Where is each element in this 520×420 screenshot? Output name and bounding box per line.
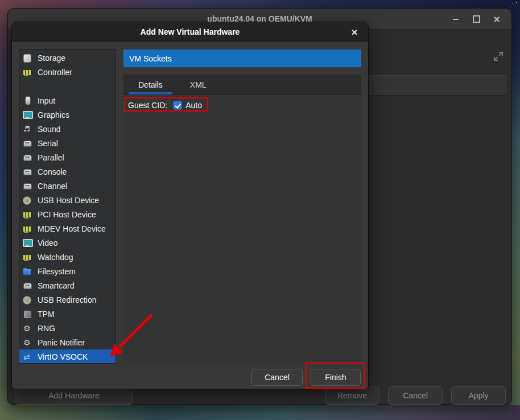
sidebar-item-parallel[interactable]: Parallel <box>19 150 115 164</box>
wallpaper-right-strip <box>511 0 520 420</box>
sidebar-item-label: Input <box>38 96 55 105</box>
serial-port-icon <box>23 153 32 162</box>
sidebar-item-label: USB Redirection <box>38 295 97 304</box>
cancel-label: Cancel <box>265 373 290 382</box>
remove-label: Remove <box>337 391 367 400</box>
sidebar-item-label: Filesystem <box>38 267 76 276</box>
detail-tabs: Details XML <box>123 75 361 95</box>
add-hardware-label: Add Hardware <box>48 391 100 400</box>
sidebar-item-label: Smartcard <box>38 281 75 290</box>
sidebar-item-label: Panic Notifier <box>38 338 85 347</box>
details-tab-content: Guest CID: Auto <box>123 96 361 361</box>
sidebar-item-label: Watchdog <box>38 253 73 262</box>
pci-card-icon <box>23 253 32 262</box>
sidebar-item-label: PCI Host Device <box>38 210 96 219</box>
panel-header-label: VM Sockets <box>129 54 172 63</box>
sidebar-item-controller[interactable]: Controller <box>19 65 115 79</box>
sidebar-item-label: Graphics <box>38 110 69 120</box>
sidebar-item-serial[interactable]: Serial <box>19 136 115 150</box>
pci-card-icon <box>23 210 32 219</box>
sidebar-item-mdev-host-device[interactable]: MDEV Host Device <box>19 221 115 236</box>
sidebar-item-video[interactable]: Video <box>19 236 115 250</box>
sidebar-item-label: Controller <box>38 68 72 77</box>
disk-icon <box>23 53 32 63</box>
swap-arrows-icon <box>23 352 32 361</box>
sidebar-item-label: Serial <box>38 139 58 148</box>
panel-header: VM Sockets <box>123 50 361 67</box>
gear-icon <box>23 338 32 347</box>
chip-icon <box>23 310 32 319</box>
sidebar-item-label: Parallel <box>38 153 64 162</box>
apply-label: Apply <box>468 391 488 400</box>
auto-checkbox-label[interactable]: Auto <box>185 101 202 110</box>
wallpaper-stars <box>516 2 517 3</box>
finish-button[interactable]: Finish <box>311 369 361 386</box>
sidebar-item-label: VirtIO VSOCK <box>38 352 88 361</box>
serial-port-icon <box>23 167 32 176</box>
finish-label: Finish <box>325 373 346 382</box>
vm-details-row <box>349 75 506 96</box>
guest-cid-label: Guest CID: <box>128 101 167 110</box>
sidebar-spacer <box>19 79 115 93</box>
folder-icon <box>23 267 32 276</box>
sidebar-item-tpm[interactable]: TPM <box>19 307 115 321</box>
dialog-titlebar[interactable]: Add New Virtual Hardware <box>12 22 368 42</box>
dialog-title: Add New Virtual Hardware <box>141 27 240 36</box>
hardware-detail-panel: VM Sockets Details XML Guest CID: Auto <box>123 50 361 361</box>
sidebar-item-panic-notifier[interactable]: Panic Notifier <box>19 335 115 349</box>
serial-port-icon <box>23 139 32 148</box>
vm-cancel-button[interactable]: Cancel <box>388 386 443 405</box>
dialog-close-icon[interactable] <box>346 22 362 42</box>
sidebar-item-graphics[interactable]: Graphics <box>19 108 115 122</box>
pci-card-icon <box>23 224 32 233</box>
sidebar-item-rng[interactable]: RNG <box>19 321 115 335</box>
sidebar-item-label: Sound <box>38 125 60 134</box>
serial-port-icon <box>23 281 32 290</box>
tab-xml[interactable]: XML <box>176 75 220 94</box>
add-hardware-dialog: Add New Virtual Hardware Storage Control… <box>11 22 369 389</box>
sidebar-item-label: Channel <box>38 182 67 191</box>
apply-button[interactable]: Apply <box>451 386 506 405</box>
sidebar-item-usb-redirection[interactable]: USB Redirection <box>19 293 115 307</box>
sidebar-item-label: TPM <box>38 310 55 319</box>
cancel-button[interactable]: Cancel <box>251 369 303 386</box>
tab-details-label: Details <box>138 80 163 89</box>
auto-checkbox[interactable] <box>173 101 182 110</box>
sidebar-item-console[interactable]: Console <box>19 164 115 179</box>
sidebar-item-virtio-vsock[interactable]: VirtIO VSOCK <box>19 349 115 364</box>
gear-icon <box>23 324 32 333</box>
sidebar-item-sound[interactable]: Sound <box>19 122 115 136</box>
sidebar-item-filesystem[interactable]: Filesystem <box>19 264 115 278</box>
sidebar-item-channel[interactable]: Channel <box>19 179 115 193</box>
sidebar-item-label: MDEV Host Device <box>38 224 106 233</box>
close-icon[interactable] <box>486 12 507 27</box>
sidebar-item-label: Storage <box>38 53 65 63</box>
dialog-action-bar: Cancel Finish <box>12 364 368 390</box>
serial-port-icon <box>23 182 32 191</box>
speaker-icon <box>23 125 32 134</box>
monitor-icon <box>23 110 32 120</box>
tab-xml-label: XML <box>190 80 207 89</box>
sidebar-item-label: USB Host Device <box>38 196 99 205</box>
sidebar-item-storage[interactable]: Storage <box>19 51 115 65</box>
monitor-icon <box>23 238 32 248</box>
fullscreen-expand-icon[interactable] <box>492 50 505 63</box>
usb-icon <box>23 196 32 205</box>
minimize-icon[interactable] <box>445 12 466 27</box>
usb-icon <box>23 295 32 304</box>
tab-details[interactable]: Details <box>125 75 176 94</box>
mouse-icon <box>23 96 32 105</box>
sidebar-item-label: RNG <box>38 324 55 333</box>
sidebar-item-pci-host-device[interactable]: PCI Host Device <box>19 207 115 221</box>
wallpaper-bottom-strip <box>0 405 520 420</box>
hardware-type-list: Storage Controller Input Graphics Sound … <box>19 49 116 364</box>
pci-card-icon <box>23 68 32 77</box>
vm-cancel-label: Cancel <box>403 391 428 400</box>
sidebar-item-usb-host-device[interactable]: USB Host Device <box>19 193 115 207</box>
sidebar-item-watchdog[interactable]: Watchdog <box>19 250 115 264</box>
sidebar-item-label: Video <box>38 238 58 248</box>
sidebar-item-input[interactable]: Input <box>19 93 115 108</box>
guest-cid-row: Guest CID: Auto <box>128 99 202 112</box>
sidebar-item-smartcard[interactable]: Smartcard <box>19 278 115 293</box>
maximize-icon[interactable] <box>466 12 486 27</box>
